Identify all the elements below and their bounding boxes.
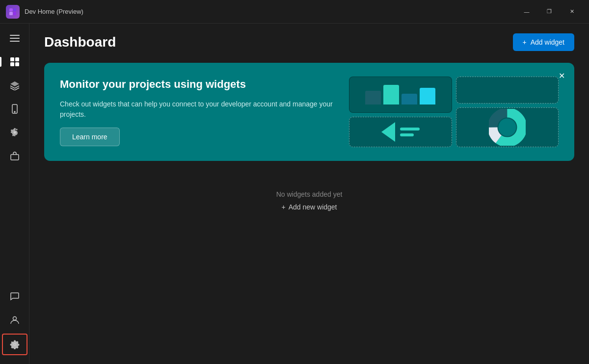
minimize-button[interactable]: — [515,4,538,20]
svg-rect-3 [13,12,16,15]
svg-rect-10 [15,62,19,66]
illus-pie-panel [456,107,559,147]
svg-rect-8 [15,57,19,61]
add-new-widget-label: Add new widget [289,203,337,211]
main-content: Dashboard + Add widget Monitor your proj… [29,24,589,364]
svg-rect-0 [9,12,13,15]
sidebar-top [0,27,29,286]
app-icon [6,5,20,19]
page-header: Dashboard + Add widget [44,33,574,51]
banner: Monitor your projects using widgets Chec… [44,63,574,161]
add-widget-button[interactable]: + Add widget [513,33,574,51]
sidebar-item-menu[interactable] [0,27,29,49]
svg-point-13 [14,131,16,134]
sidebar-item-device[interactable] [0,98,29,120]
close-button[interactable]: ✕ [561,4,583,20]
page-title: Dashboard [44,34,116,50]
banner-description: Check out widgets that can help you conn… [60,99,334,120]
svg-rect-6 [10,41,20,42]
svg-rect-14 [11,155,19,160]
add-new-widget-button[interactable]: + Add new widget [281,203,337,211]
svg-rect-2 [13,8,16,11]
svg-rect-5 [10,38,20,39]
banner-title: Monitor your projects using widgets [60,78,334,92]
svg-point-12 [14,111,15,112]
sidebar-item-tools[interactable] [0,145,29,167]
illus-empty-panel [456,77,559,104]
sidebar-item-feedback[interactable] [0,286,29,307]
svg-point-19 [498,118,516,136]
sidebar-item-extensions[interactable] [0,122,29,143]
illus-right-column [456,77,559,147]
illus-arrow-panel [349,117,452,147]
add-widget-label: Add widget [531,38,564,46]
svg-rect-4 [10,35,20,36]
sidebar-item-account[interactable] [0,309,29,331]
banner-content: Monitor your projects using widgets Chec… [60,77,334,147]
sidebar-bottom [0,286,29,360]
illus-bar-chart-panel [349,77,452,113]
app-layout: Dashboard + Add widget Monitor your proj… [0,24,589,364]
empty-state: No widgets added yet + Add new widget [44,190,574,211]
maximize-button[interactable]: ❐ [538,4,561,20]
svg-point-15 [13,317,17,320]
sidebar-item-layers[interactable] [0,75,29,96]
banner-illustration [349,77,559,147]
titlebar-controls: — ❐ ✕ [515,4,583,20]
illus-left-column [349,77,452,147]
add-widget-plus-icon: + [523,38,527,46]
add-new-widget-plus-icon: + [281,203,285,211]
app-title-text: Dev Home (Preview) [25,8,83,15]
learn-more-button[interactable]: Learn more [60,128,120,146]
banner-close-button[interactable]: ✕ [555,69,568,82]
svg-rect-1 [9,8,13,11]
svg-rect-9 [10,62,14,66]
titlebar-left: Dev Home (Preview) [6,5,83,19]
pie-chart-svg [489,109,526,146]
sidebar-item-settings[interactable] [2,334,27,355]
empty-state-title: No widgets added yet [276,190,343,198]
titlebar: Dev Home (Preview) — ❐ ✕ [0,0,589,24]
svg-rect-7 [10,57,14,61]
sidebar-item-dashboard[interactable] [0,51,29,73]
sidebar [0,24,29,364]
